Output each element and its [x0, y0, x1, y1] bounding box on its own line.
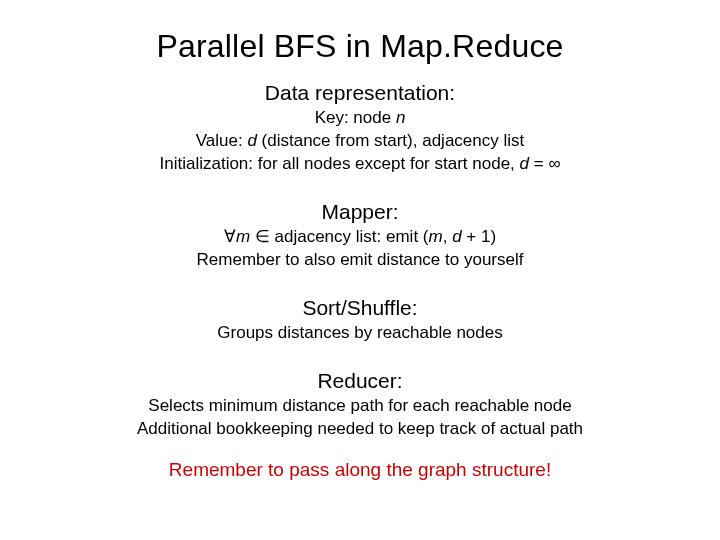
var-n: n	[396, 108, 405, 127]
shuffle-line: Groups distances by reachable nodes	[40, 322, 680, 345]
reducer-line-1: Selects minimum distance path for each r…	[40, 395, 680, 418]
section-heading-reducer: Reducer:	[40, 369, 680, 393]
mapper-line-emit: ∀m ∈ adjacency list: emit (m, d + 1)	[40, 226, 680, 249]
text: (distance from start), adjacency list	[257, 131, 524, 150]
datarep-line-key: Key: node n	[40, 107, 680, 130]
datarep-line-value: Value: d (distance from start), adjacenc…	[40, 130, 680, 153]
var-d: d	[520, 154, 529, 173]
datarep-line-init: Initialization: for all nodes except for…	[40, 153, 680, 176]
var-d: d	[247, 131, 256, 150]
text: ,	[443, 227, 452, 246]
text: Value:	[196, 131, 248, 150]
text: Key: node	[315, 108, 396, 127]
text: =	[529, 154, 548, 173]
var-m: m	[236, 227, 250, 246]
var-d: d	[452, 227, 461, 246]
reducer-line-2: Additional bookkeeping needed to keep tr…	[40, 418, 680, 441]
section-heading-datarep: Data representation:	[40, 81, 680, 105]
var-m: m	[429, 227, 443, 246]
infinity-symbol: ∞	[548, 154, 560, 173]
forall-symbol: ∀	[224, 227, 236, 246]
mapper-line-self: Remember to also emit distance to yourse…	[40, 249, 680, 272]
footer-note: Remember to pass along the graph structu…	[40, 459, 680, 481]
slide: Parallel BFS in Map.Reduce Data represen…	[0, 0, 720, 540]
slide-title: Parallel BFS in Map.Reduce	[40, 28, 680, 65]
text: Initialization: for all nodes except for…	[160, 154, 520, 173]
section-heading-shuffle: Sort/Shuffle:	[40, 296, 680, 320]
text: ∈ adjacency list: emit (	[250, 227, 428, 246]
section-heading-mapper: Mapper:	[40, 200, 680, 224]
text: + 1)	[462, 227, 497, 246]
